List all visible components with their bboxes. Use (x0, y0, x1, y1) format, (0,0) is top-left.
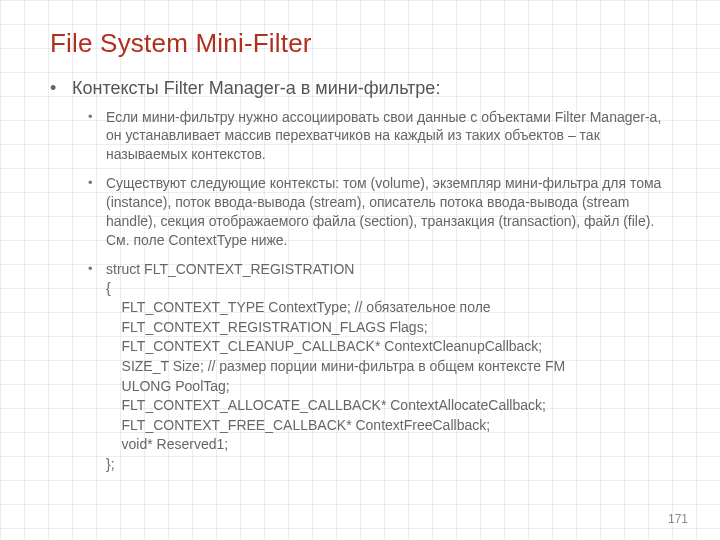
sub-bullet-struct: struct FLT_CONTEXT_REGISTRATION { FLT_CO… (106, 260, 680, 475)
bullet-contexts-text: Контексты Filter Manager-а в мини-фильтр… (72, 78, 440, 98)
bullet-list-level1: Контексты Filter Manager-а в мини-фильтр… (50, 77, 680, 475)
sub-bullet-context-types: Существуют следующие контексты: том (vol… (106, 174, 680, 250)
struct-body: { FLT_CONTEXT_TYPE ContextType; // обяза… (106, 279, 680, 475)
slide-title: File System Mini-Filter (50, 28, 680, 59)
slide: File System Mini-Filter Контексты Filter… (0, 0, 720, 540)
bullet-list-level2: Если мини-фильтру нужно ассоциировать св… (72, 108, 680, 475)
sub-bullet-assoc: Если мини-фильтру нужно ассоциировать св… (106, 108, 680, 165)
struct-declaration: struct FLT_CONTEXT_REGISTRATION (106, 260, 680, 279)
bullet-contexts: Контексты Filter Manager-а в мини-фильтр… (72, 77, 680, 475)
page-number: 171 (668, 512, 688, 526)
